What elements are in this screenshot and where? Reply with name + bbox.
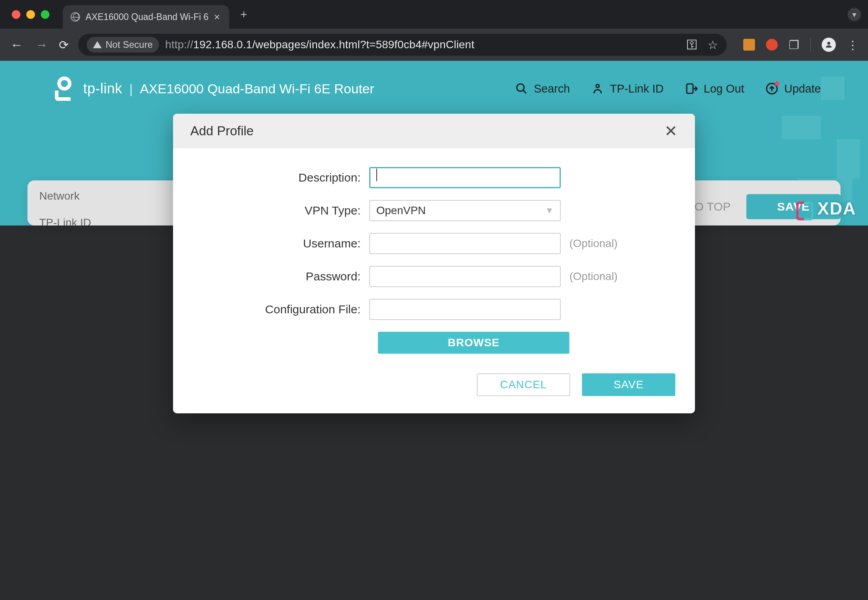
- svg-point-5: [767, 84, 777, 94]
- username-label: Username:: [197, 237, 369, 250]
- save-button[interactable]: SAVE: [582, 373, 675, 396]
- profile-avatar-icon[interactable]: [822, 38, 836, 52]
- tplink-logo-icon: [55, 76, 75, 101]
- extension-2-icon[interactable]: [766, 39, 778, 51]
- svg-point-3: [596, 84, 599, 87]
- username-hint: (Optional): [569, 237, 618, 250]
- password-label: Password:: [197, 270, 369, 283]
- password-input[interactable]: [369, 266, 561, 287]
- modal-body: Description: VPN Type: OpenVPN ▼ Usernam…: [173, 148, 695, 362]
- close-icon[interactable]: ✕: [664, 122, 678, 140]
- svg-line-2: [523, 90, 526, 93]
- browser-toolbar: ← → ⟳ Not Secure http://192.168.0.1/webp…: [0, 29, 868, 61]
- header-search[interactable]: Search: [515, 82, 570, 95]
- xda-logo-icon: [796, 200, 813, 217]
- tab-strip: AXE16000 Quad-Band Wi-Fi 6 × + ▾: [0, 0, 868, 29]
- browser-chrome: AXE16000 Quad-Band Wi-Fi 6 × + ▾ ← → ⟳ N…: [0, 0, 868, 61]
- modal-title: Add Profile: [190, 124, 253, 138]
- tabs-dropdown-icon[interactable]: ▾: [848, 8, 861, 21]
- xda-watermark: XDA: [796, 199, 856, 218]
- search-icon: [515, 82, 528, 95]
- brand-name: tp-link: [83, 80, 122, 97]
- vpn-type-label: VPN Type:: [197, 204, 369, 217]
- header-tplink-id[interactable]: TP-Link ID: [591, 82, 664, 95]
- globe-icon: [71, 12, 80, 22]
- description-input[interactable]: [369, 167, 561, 188]
- svg-rect-4: [687, 84, 693, 93]
- tab-close-icon[interactable]: ×: [214, 12, 220, 22]
- header-search-label: Search: [534, 82, 570, 95]
- menu-icon[interactable]: ⋮: [847, 38, 859, 52]
- logout-icon: [685, 82, 698, 95]
- bookmark-star-icon[interactable]: ☆: [708, 38, 718, 52]
- window-minimize-icon[interactable]: [26, 10, 35, 19]
- warning-icon: [93, 41, 102, 48]
- security-chip[interactable]: Not Secure: [87, 37, 159, 53]
- back-button[interactable]: ←: [9, 38, 24, 52]
- brand-separator: |: [129, 81, 133, 96]
- tab-title: AXE16000 Quad-Band Wi-Fi 6: [86, 12, 208, 22]
- update-icon: [765, 82, 779, 95]
- browse-button[interactable]: BROWSE: [378, 332, 569, 354]
- url-path: 192.168.0.1/webpages/index.html?t=589f0c…: [193, 38, 474, 51]
- user-icon: [591, 82, 604, 95]
- toolbar-right: ❐ ⋮: [743, 38, 859, 52]
- update-badge-icon: [775, 81, 779, 86]
- browser-tab[interactable]: AXE16000 Quad-Band Wi-Fi 6 ×: [63, 5, 229, 29]
- not-secure-label: Not Secure: [106, 39, 153, 50]
- vpn-type-value: OpenVPN: [376, 204, 426, 217]
- extensions-icon[interactable]: ❐: [789, 38, 799, 52]
- password-key-icon[interactable]: ⚿: [686, 38, 698, 51]
- reload-button[interactable]: ⟳: [59, 38, 69, 52]
- config-file-label: Configuration File:: [197, 303, 369, 316]
- header-update-label: Update: [784, 82, 821, 95]
- url-text: http://192.168.0.1/webpages/index.html?t…: [165, 38, 474, 51]
- header-update[interactable]: Update: [765, 82, 821, 95]
- config-file-input[interactable]: [369, 299, 561, 320]
- url-protocol: http://: [165, 38, 193, 51]
- window-controls: [12, 10, 49, 19]
- modal-header: Add Profile ✕: [173, 114, 695, 148]
- vpn-type-select[interactable]: OpenVPN ▼: [369, 200, 561, 221]
- chevron-down-icon: ▼: [545, 205, 554, 216]
- username-input[interactable]: [369, 233, 561, 254]
- product-name: AXE16000 Quad-Band Wi-Fi 6E Router: [140, 81, 374, 96]
- brand-logo[interactable]: tp-link: [55, 76, 122, 101]
- header-actions: Search TP-Link ID Log Out Update: [515, 82, 821, 95]
- forward-button[interactable]: →: [34, 38, 49, 52]
- window-fullscreen-icon[interactable]: [41, 10, 49, 19]
- address-bar[interactable]: Not Secure http://192.168.0.1/webpages/i…: [78, 34, 727, 56]
- header-logout-label: Log Out: [704, 82, 744, 95]
- window-close-icon[interactable]: [12, 10, 20, 19]
- password-hint: (Optional): [569, 270, 618, 283]
- header-tplink-id-label: TP-Link ID: [610, 82, 664, 95]
- svg-point-0: [827, 42, 830, 45]
- toolbar-divider: [810, 38, 811, 52]
- svg-point-1: [517, 84, 524, 91]
- modal-footer: CANCEL SAVE: [173, 362, 695, 413]
- header-logout[interactable]: Log Out: [685, 82, 744, 95]
- page: tp-link | AXE16000 Quad-Band Wi-Fi 6E Ro…: [0, 61, 868, 225]
- add-profile-modal: Add Profile ✕ Description: VPN Type: Ope…: [173, 114, 695, 413]
- description-label: Description:: [197, 171, 369, 184]
- xda-text: XDA: [817, 199, 856, 218]
- new-tab-button[interactable]: +: [240, 8, 247, 21]
- extension-1-icon[interactable]: [743, 39, 755, 51]
- cancel-button[interactable]: CANCEL: [477, 373, 570, 396]
